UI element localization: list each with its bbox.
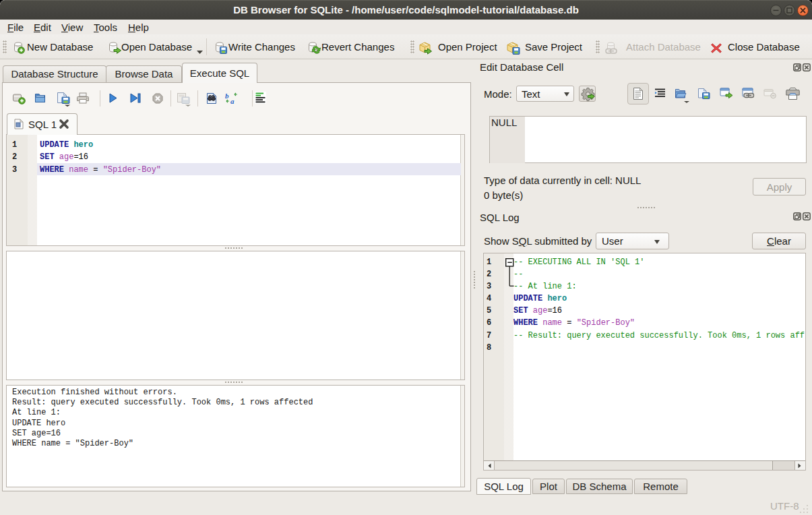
svg-text:b: b (225, 92, 229, 100)
svg-text:a: a (230, 97, 235, 105)
